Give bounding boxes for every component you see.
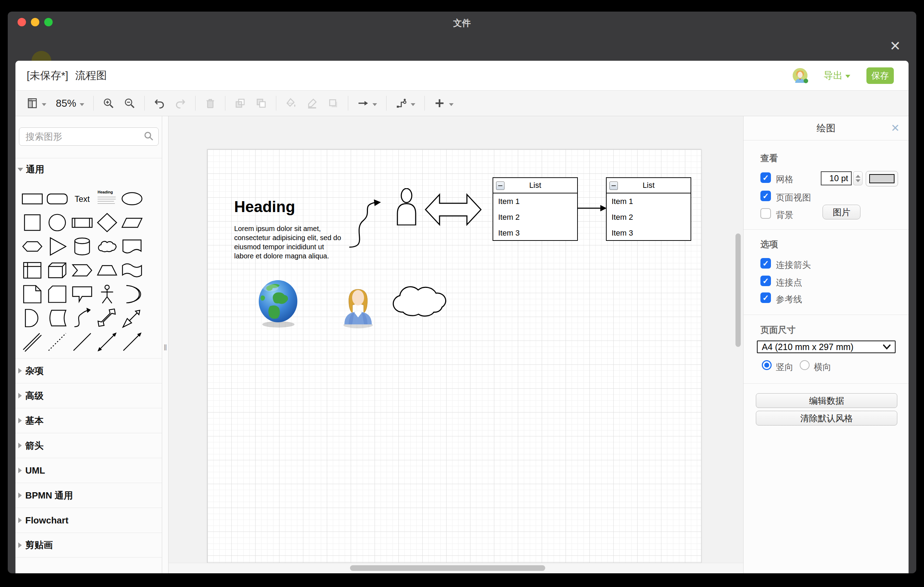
vertical-scrollbar[interactable] [736, 234, 741, 347]
section-misc[interactable]: 杂项 [15, 358, 162, 383]
trapezoid-shape[interactable] [95, 258, 119, 282]
actor-shape[interactable] [395, 188, 418, 225]
edit-data-button[interactable]: 编辑数据 [756, 393, 897, 408]
guides-checkbox[interactable]: ✓ [761, 292, 771, 303]
save-button[interactable]: 保存 [866, 68, 894, 84]
circle-shape[interactable] [45, 211, 69, 234]
arrow-shape[interactable] [120, 306, 144, 330]
or-shape[interactable] [120, 282, 144, 306]
card-shape[interactable] [45, 282, 69, 306]
list-item[interactable]: Item 3 [607, 225, 691, 241]
insert-button[interactable] [434, 97, 454, 109]
section-flowchart[interactable]: Flowchart [15, 508, 162, 533]
hexagon-shape[interactable] [20, 234, 44, 258]
zoom-value: 85% [56, 97, 76, 109]
double-line-shape[interactable] [20, 330, 44, 354]
rounded-rectangle-shape[interactable] [45, 187, 69, 211]
list-shape[interactable]: List Item 1 Item 2 Item 3 [606, 177, 691, 241]
section-uml[interactable]: UML [15, 458, 162, 483]
textbox-shape[interactable]: Heading [95, 187, 119, 211]
section-clipart[interactable]: 剪贴画 [15, 533, 162, 557]
panel-close-icon[interactable]: ✕ [889, 122, 901, 134]
parallelogram-shape[interactable] [120, 211, 144, 234]
search-input[interactable] [19, 131, 143, 142]
list-item[interactable]: Item 2 [607, 209, 691, 225]
page-outline-icon [26, 97, 38, 109]
process-shape[interactable] [70, 211, 94, 234]
collapse-minus-icon[interactable] [609, 181, 618, 190]
landscape-radio[interactable] [800, 360, 810, 370]
zoom-in-button[interactable] [102, 97, 114, 109]
dotted-line-shape[interactable] [45, 330, 69, 354]
waypoints-button[interactable] [395, 97, 416, 109]
section-general[interactable]: 通用 [15, 158, 162, 181]
actor-shape[interactable] [95, 282, 119, 306]
grid-color-swatch[interactable] [866, 171, 898, 186]
zoom-out-button[interactable] [124, 97, 135, 109]
square-shape[interactable] [20, 211, 44, 234]
list-item[interactable]: Item 2 [493, 209, 577, 225]
tape-shape[interactable] [120, 258, 144, 282]
text-shape[interactable]: Text [70, 187, 94, 211]
step-shape[interactable] [70, 258, 94, 282]
triangle-shape[interactable] [45, 234, 69, 258]
caret-right-icon [18, 368, 22, 374]
undo-button[interactable] [153, 97, 165, 109]
grid-size-stepper[interactable] [853, 171, 863, 185]
connection-arrows-checkbox[interactable]: ✓ [761, 258, 771, 269]
diamond-shape[interactable] [95, 211, 119, 234]
list-shape[interactable]: List Item 1 Item 2 Item 3 [493, 177, 578, 241]
list-item[interactable]: Item 3 [493, 225, 577, 241]
clear-default-style-button[interactable]: 清除默认风格 [756, 411, 897, 425]
connector-arrow[interactable] [577, 204, 607, 213]
bidirectional-arrow-shape[interactable] [95, 330, 119, 354]
drawing-canvas[interactable]: Heading Lorem ipsum dolor sit amet, cons… [168, 116, 743, 573]
page-view-checkbox[interactable]: ✓ [761, 191, 771, 201]
section-basic[interactable]: 基本 [15, 408, 162, 433]
and-shape[interactable] [20, 306, 44, 330]
canvas-paragraph-text[interactable]: Lorem ipsum dolor sit amet, consectetur … [234, 224, 344, 261]
drawing-page[interactable]: Heading Lorem ipsum dolor sit amet, cons… [207, 149, 701, 563]
curve-arrow-shape[interactable] [347, 195, 386, 251]
cloud-shape[interactable] [95, 234, 119, 258]
directional-arrow-shape[interactable] [120, 330, 144, 354]
businesswoman-clipart[interactable] [341, 282, 375, 329]
callout-shape[interactable] [70, 282, 94, 306]
portrait-radio[interactable] [762, 360, 772, 370]
horizontal-scrollbar[interactable] [350, 565, 545, 571]
rectangle-shape[interactable] [20, 187, 44, 211]
cube-shape[interactable] [45, 258, 69, 282]
double-arrow-shape[interactable] [95, 306, 119, 330]
image-button[interactable]: 图片 [823, 204, 860, 219]
grid-size-input[interactable] [821, 171, 852, 185]
list-item[interactable]: Item 1 [607, 193, 691, 209]
connection-points-checkbox[interactable]: ✓ [761, 275, 771, 286]
close-icon[interactable]: ✕ [888, 38, 903, 54]
section-arrows[interactable]: 箭头 [15, 433, 162, 458]
section-bpmn[interactable]: BPMN 通用 [15, 483, 162, 508]
earth-globe-clipart[interactable] [257, 279, 302, 329]
background-checkbox[interactable] [761, 208, 771, 219]
list-item[interactable]: Item 1 [493, 193, 577, 209]
section-advanced[interactable]: 高级 [15, 383, 162, 408]
document-shape[interactable] [120, 234, 144, 258]
avatar[interactable] [793, 68, 807, 83]
ellipse-shape[interactable] [120, 187, 144, 211]
connection-arrow-button[interactable] [357, 97, 378, 109]
internal-storage-shape[interactable] [20, 258, 44, 282]
curve-shape[interactable] [70, 306, 94, 330]
line-shape[interactable] [70, 330, 94, 354]
cloud-shape[interactable] [386, 276, 455, 322]
page-size-select[interactable]: A4 (210 mm x 297 mm) [757, 341, 896, 353]
two-way-arrow-shape[interactable] [425, 188, 482, 231]
export-button[interactable]: 导出 [823, 69, 850, 82]
sidebar-splitter[interactable]: ‖ [162, 116, 168, 573]
cylinder-shape[interactable] [70, 234, 94, 258]
note-shape[interactable] [20, 282, 44, 306]
data-storage-shape[interactable] [45, 306, 69, 330]
zoom-level-button[interactable]: 85% [56, 97, 84, 109]
collapse-minus-icon[interactable] [496, 181, 505, 190]
canvas-heading-text[interactable]: Heading [234, 198, 295, 216]
grid-checkbox[interactable]: ✓ [761, 172, 771, 183]
page-outline-button[interactable] [26, 97, 47, 109]
